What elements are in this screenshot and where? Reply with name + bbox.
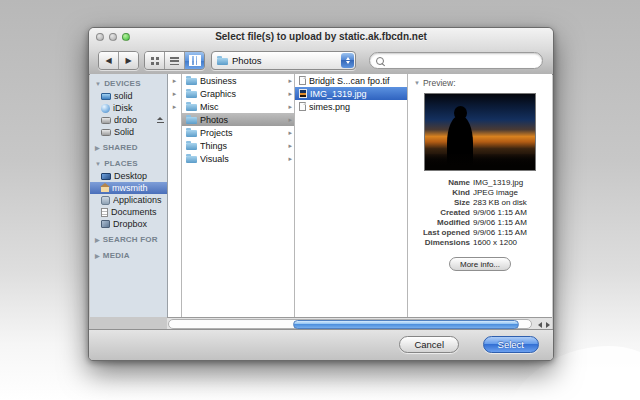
file-item[interactable]: simes.png: [295, 100, 407, 113]
browser-column-parent[interactable]: ▸ ▸ ▸: [168, 74, 182, 317]
disclosure-open-icon: ▼: [414, 80, 420, 86]
sidebar-item-label: Documents: [111, 207, 167, 217]
chevron-right-icon: ▸: [168, 87, 181, 100]
sidebar-section-devices[interactable]: ▼ DEVICES: [90, 74, 167, 90]
meta-value: JPEG image: [473, 188, 546, 198]
chevron-right-icon: ▸: [288, 90, 292, 98]
sidebar-item-desktop[interactable]: Desktop: [90, 170, 167, 182]
document-icon: [299, 76, 306, 85]
folder-icon: [186, 104, 197, 111]
meta-row: Size 283 KB on disk: [414, 198, 546, 208]
search-input[interactable]: [388, 55, 536, 67]
sidebar-item-drobo[interactable]: drobo: [90, 114, 167, 126]
dropbox-icon: [101, 220, 110, 228]
sidebar-item-applications[interactable]: Applications: [90, 194, 167, 206]
folder-item-selected[interactable]: Photos ▸: [182, 113, 294, 126]
browser-column-files: Bridgit S...can fpo.tif IMG_1319.jpg sim…: [295, 74, 408, 317]
disk-icon: [101, 129, 111, 136]
select-button[interactable]: Select: [483, 336, 539, 353]
icon-view-icon: [151, 57, 159, 65]
more-info-button[interactable]: More info...: [449, 257, 511, 271]
folder-label: Projects: [200, 128, 285, 138]
file-item[interactable]: Bridgit S...can fpo.tif: [295, 74, 407, 87]
disclosure-open-icon: ▼: [95, 81, 101, 87]
sidebar-item-solid-2[interactable]: Solid: [90, 126, 167, 138]
location-popup[interactable]: Photos: [211, 51, 356, 70]
list-view-button[interactable]: [165, 52, 185, 69]
file-select-dialog: Select file(s) to upload by static.ak.fb…: [88, 27, 554, 361]
scrollbar-thumb[interactable]: [293, 320, 519, 329]
cancel-button[interactable]: Cancel: [399, 336, 459, 353]
folder-item[interactable]: Projects ▸: [182, 126, 294, 139]
sidebar-item-dropbox[interactable]: Dropbox: [90, 218, 167, 230]
section-label: MEDIA: [103, 251, 130, 260]
folder-icon: [186, 130, 197, 137]
file-label: Bridgit S...can fpo.tif: [309, 76, 405, 86]
sidebar-section-places[interactable]: ▼ PLACES: [90, 154, 167, 170]
sidebar-section-shared[interactable]: ▶ SHARED: [90, 138, 167, 154]
column-view-button[interactable]: [185, 52, 204, 69]
folder-item[interactable]: Visuals ▸: [182, 152, 294, 165]
dialog-content: ▼ DEVICES solid iDisk drobo: [90, 74, 552, 317]
disk-icon: [101, 117, 111, 124]
photo-file-icon: [299, 89, 307, 98]
file-item-selected[interactable]: IMG_1319.jpg: [295, 87, 407, 100]
sidebar-item-label: mwsmith: [112, 183, 167, 193]
folder-icon: [186, 91, 197, 98]
meta-key: Dimensions: [414, 238, 473, 248]
sidebar-item-label: iDisk: [113, 103, 167, 113]
folder-item[interactable]: Things ▸: [182, 139, 294, 152]
folder-item[interactable]: Business ▸: [182, 74, 294, 87]
search-field[interactable]: [369, 52, 543, 69]
sidebar-item-documents[interactable]: Documents: [90, 206, 167, 218]
meta-key: Modified: [414, 218, 473, 228]
sidebar-item-label: Dropbox: [113, 219, 167, 229]
back-button[interactable]: ◀: [99, 52, 119, 69]
popup-stepper-icon: [341, 53, 354, 68]
sidebar-item-label: drobo: [114, 115, 154, 125]
folder-label: Misc: [200, 102, 285, 112]
sidebar-item-idisk[interactable]: iDisk: [90, 102, 167, 114]
sidebar-item-solid[interactable]: solid: [90, 90, 167, 102]
chevron-right-icon: ▸: [168, 100, 181, 113]
meta-value: 283 KB on disk: [473, 198, 546, 208]
browser-column-folders: Business ▸ Graphics ▸ Misc ▸ Photos ▸: [182, 74, 295, 317]
folder-label: Graphics: [200, 89, 285, 99]
titlebar[interactable]: Select file(s) to upload by static.ak.fb…: [89, 28, 553, 46]
forward-button[interactable]: ▶: [119, 52, 138, 69]
eject-icon[interactable]: [157, 117, 164, 123]
desktop-icon: [101, 173, 111, 180]
minimize-button[interactable]: [109, 33, 117, 41]
folder-item[interactable]: Misc ▸: [182, 100, 294, 113]
home-icon: [101, 187, 109, 192]
folder-item[interactable]: Graphics ▸: [182, 87, 294, 100]
disclosure-closed-icon: ▶: [95, 253, 100, 259]
scroll-left-icon[interactable]: [538, 322, 542, 328]
preview-label: Preview:: [423, 78, 456, 88]
file-label: simes.png: [309, 102, 405, 112]
sidebar-item-home[interactable]: mwsmith: [90, 182, 167, 194]
location-label: Photos: [232, 55, 340, 66]
chevron-right-icon: ▸: [288, 116, 292, 124]
scroll-right-icon[interactable]: [546, 322, 550, 328]
icon-view-button[interactable]: [145, 52, 165, 69]
idisk-icon: [101, 104, 110, 113]
display-icon: [101, 93, 111, 100]
section-label: SHARED: [103, 143, 138, 152]
preview-header[interactable]: ▼ Preview:: [414, 78, 546, 88]
close-button[interactable]: [96, 33, 104, 41]
folder-icon: [217, 58, 228, 65]
chevron-right-icon: ▸: [288, 103, 292, 111]
meta-row: Kind JPEG image: [414, 188, 546, 198]
sidebar-item-label: Desktop: [114, 171, 167, 181]
section-label: PLACES: [104, 159, 138, 168]
disclosure-open-icon: ▼: [95, 161, 101, 167]
meta-value: 9/9/06 1:15 AM: [473, 208, 546, 218]
meta-row: Dimensions 1600 x 1200: [414, 238, 546, 248]
meta-value: 9/9/06 1:15 AM: [473, 218, 546, 228]
sidebar-section-search-for[interactable]: ▶ SEARCH FOR: [90, 230, 167, 246]
meta-row: Name IMG_1319.jpg: [414, 178, 546, 188]
sidebar-section-media[interactable]: ▶ MEDIA: [90, 246, 167, 262]
chevron-right-icon: ▸: [288, 77, 292, 85]
sidebar-item-label: Solid: [114, 127, 167, 137]
